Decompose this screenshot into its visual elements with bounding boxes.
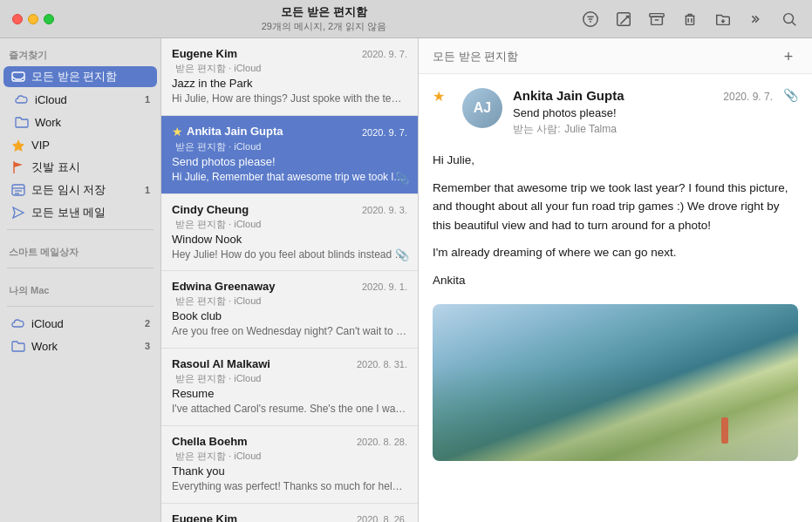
mail-list-items: Eugene Kim 2020. 9. 7. 받은 편지함 · iCloud J… [161, 38, 418, 522]
email-body: Hi Julie, Remember that awesome trip we … [433, 151, 798, 290]
svg-rect-4 [618, 12, 631, 25]
mail-meta-right-5: 2020. 8. 28. [357, 437, 407, 447]
titlebar-subtitle: 29개의 메시지, 2개 읽지 않음 [262, 20, 387, 32]
mail-detail-body: ★ AJ Ankita Jain Gupta 2020. 9. 7. Send … [419, 74, 812, 522]
main-layout: 즐겨찾기 모든 받은 편지함 iCloud 1 [0, 38, 812, 522]
mail-list-item-1[interactable]: ★ Ankita Jain Gupta 2020. 9. 7. 받은 편지함 ·… [161, 116, 418, 194]
mail-preview-4: I've attached Carol's resume. She's the … [172, 402, 407, 417]
filter-button[interactable] [582, 10, 599, 28]
email-body-sign: Ankita [433, 271, 798, 290]
mail-sender-1: Ankita Jain Gupta [187, 125, 283, 138]
mail-list: Eugene Kim 2020. 9. 7. 받은 편지함 · iCloud J… [161, 38, 419, 522]
mail-meta-left-4: 받은 편지함 · iCloud [175, 372, 407, 385]
detail-add-button[interactable]: + [779, 47, 798, 66]
mail-list-item-0[interactable]: Eugene Kim 2020. 9. 7. 받은 편지함 · iCloud J… [161, 38, 418, 116]
mail-meta-left-0: 받은 편지함 · iCloud [175, 62, 407, 75]
mail-star-1: ★ [172, 125, 183, 139]
attachment-icon-2: 📎 [395, 248, 409, 261]
mail-meta-right-2: 2020. 9. 3. [362, 205, 407, 215]
sidebar-section-icloud-badge: 2 [136, 318, 150, 329]
sidebar-section-work-label: Work [31, 340, 136, 353]
mail-subject-5: Thank you [172, 464, 407, 478]
mail-meta-left-5: 받은 편지함 · iCloud [175, 450, 407, 463]
mail-list-item-2[interactable]: Cindy Cheung 2020. 9. 3. 받은 편지함 · iCloud… [161, 194, 418, 272]
sidebar-item-inbox-label: 모든 받은 편지함 [31, 69, 150, 85]
sidebar-item-inbox[interactable]: 모든 받은 편지함 [3, 66, 157, 87]
sidebar-item-drafts[interactable]: 모든 임시 저장 1 [3, 180, 157, 200]
mail-meta-left-1: 받은 편지함 · iCloud [175, 140, 407, 153]
mail-list-item-3[interactable]: Edwina Greenaway 2020. 9. 1. 받은 편지함 · iC… [161, 271, 418, 349]
sidebar-item-flagged-label: 깃발 표시 [31, 159, 150, 175]
mail-meta-left-3: 받은 편지함 · iCloud [175, 295, 407, 308]
mail-meta-right-1: 2020. 9. 7. [362, 127, 407, 138]
mail-preview-3: Are you free on Wednesday night? Can't w… [172, 324, 407, 339]
mail-sender-2: Cindy Cheung [172, 203, 249, 216]
sidebar-section-icloud-item[interactable]: iCloud 2 [3, 313, 157, 334]
svg-marker-16 [12, 139, 24, 152]
search-button[interactable] [781, 10, 798, 28]
mail-sender-6: Eugene Kim [172, 512, 237, 522]
svg-marker-22 [13, 207, 24, 218]
sidebar-section-mymac: 나의 Mac [0, 274, 160, 301]
email-header-section: ★ AJ Ankita Jain Gupta 2020. 9. 7. Send … [433, 88, 798, 137]
minimize-button[interactable] [28, 14, 38, 24]
sidebar: 즐겨찾기 모든 받은 편지함 iCloud 1 [0, 38, 161, 522]
mail-sender-5: Chella Boehm [172, 435, 248, 448]
email-subject: Send photos please! [513, 106, 617, 119]
sidebar-item-drafts-label: 모든 임시 저장 [31, 182, 136, 198]
mail-list-item-4[interactable]: Rasoul Al Malkawi 2020. 8. 31. 받은 편지함 · … [161, 349, 418, 426]
mail-list-item-6[interactable]: Eugene Kim 2020. 8. 26. 받은 편지함 · iCloud … [161, 504, 418, 522]
inbox-icon [10, 69, 26, 85]
flag-icon [10, 159, 26, 175]
email-to-label: 받는 사람: [513, 123, 561, 135]
work-section-icon [10, 338, 26, 354]
sidebar-section-favorites: 즐겨찾기 [0, 38, 160, 65]
sidebar-divider-3 [7, 306, 154, 307]
mail-list-item-5[interactable]: Chella Boehm 2020. 8. 28. 받은 편지함 · iClou… [161, 426, 418, 504]
email-meta-block: Ankita Jain Gupta 2020. 9. 7. Send photo… [513, 88, 773, 137]
sidebar-item-sent-label: 모든 보낸 메일 [31, 205, 150, 220]
sidebar-item-icloud-badge: 1 [136, 94, 150, 105]
compose-button[interactable] [615, 10, 632, 28]
avatar: AJ [462, 88, 502, 128]
email-image [433, 304, 798, 461]
email-body-p2: I'm already dreaming of where we can go … [433, 243, 798, 262]
sidebar-item-drafts-badge: 1 [136, 185, 150, 195]
sidebar-item-icloud[interactable]: iCloud 1 [7, 89, 157, 110]
email-date: 2020. 9. 7. [723, 91, 773, 103]
email-attachment-icon: 📎 [783, 88, 798, 137]
sidebar-item-flagged[interactable]: 깃발 표시 [3, 157, 157, 178]
sidebar-item-work-label: Work [35, 116, 136, 129]
svg-rect-9 [686, 16, 693, 24]
icloud-icon [14, 92, 30, 107]
more-button[interactable] [747, 10, 765, 28]
mail-meta-right-6: 2020. 8. 26. [357, 514, 407, 522]
email-star[interactable]: ★ [433, 88, 445, 137]
email-to: Julie Talma [564, 123, 617, 135]
mail-preview-5: Everything was perfect! Thanks so much f… [172, 479, 407, 494]
mail-subject-3: Book club [172, 309, 407, 322]
close-button[interactable] [12, 14, 23, 24]
mail-subject-1: Send photos please! [172, 155, 407, 168]
sidebar-section-work-badge: 3 [136, 341, 150, 351]
mail-detail: 모든 받은 편지함 + ★ AJ Ankita Jain Gupta 2020.… [419, 38, 812, 522]
titlebar-title: 모든 받은 편지함 [281, 5, 366, 20]
svg-rect-7 [652, 17, 663, 24]
mail-meta-right-3: 2020. 9. 1. [362, 281, 407, 292]
mail-subject-4: Resume [172, 387, 407, 400]
email-body-greeting: Hi Julie, [433, 151, 798, 170]
mail-sender-3: Edwina Greenaway [172, 280, 276, 293]
archive-button[interactable] [648, 10, 665, 28]
sidebar-section-work-item[interactable]: Work 3 [3, 336, 157, 356]
drafts-icon [10, 182, 26, 198]
email-sender: Ankita Jain Gupta [513, 88, 624, 103]
sent-icon [10, 205, 26, 220]
maximize-button[interactable] [44, 14, 54, 24]
sidebar-item-work[interactable]: Work [7, 112, 157, 132]
toolbar-actions [582, 10, 812, 28]
mail-detail-header: 모든 받은 편지함 + [419, 38, 812, 74]
sidebar-item-vip[interactable]: VIP [3, 134, 157, 155]
trash-button[interactable] [681, 10, 699, 28]
move-button[interactable] [714, 10, 732, 28]
sidebar-item-sent[interactable]: 모든 보낸 메일 [3, 202, 157, 223]
